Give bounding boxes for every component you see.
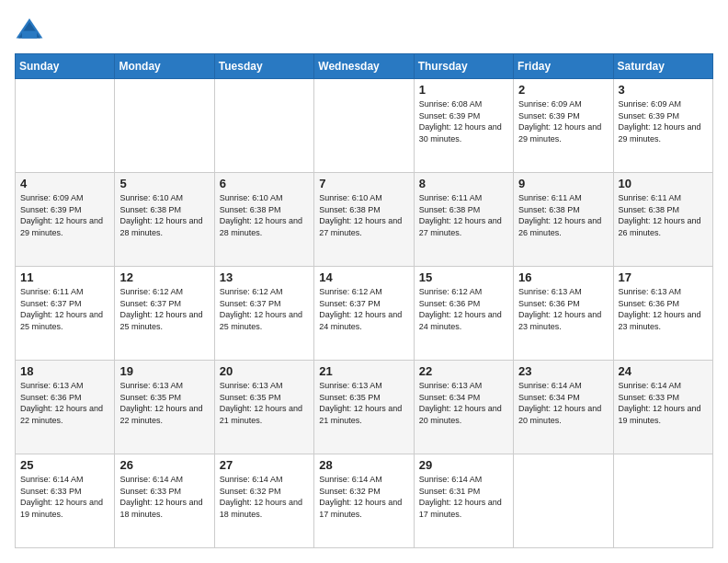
page: SundayMondayTuesdayWednesdayThursdayFrid… [0, 0, 728, 563]
day-number: 20 [220, 364, 309, 378]
calendar-week-row: 4Sunrise: 6:09 AM Sunset: 6:39 PM Daylig… [16, 173, 713, 267]
calendar-cell: 12Sunrise: 6:12 AM Sunset: 6:37 PM Dayli… [115, 267, 214, 361]
svg-rect-2 [22, 31, 37, 39]
calendar-cell [214, 79, 313, 173]
calendar-cell: 8Sunrise: 6:11 AM Sunset: 6:38 PM Daylig… [414, 173, 513, 267]
day-info: Sunrise: 6:13 AM Sunset: 6:34 PM Dayligh… [419, 380, 508, 426]
day-info: Sunrise: 6:12 AM Sunset: 6:37 PM Dayligh… [119, 286, 209, 332]
day-info: Sunrise: 6:09 AM Sunset: 6:39 PM Dayligh… [518, 98, 608, 144]
calendar-cell: 14Sunrise: 6:12 AM Sunset: 6:37 PM Dayli… [314, 267, 414, 361]
calendar-cell: 15Sunrise: 6:12 AM Sunset: 6:36 PM Dayli… [414, 267, 513, 361]
calendar-cell: 20Sunrise: 6:13 AM Sunset: 6:35 PM Dayli… [214, 361, 313, 454]
calendar-day-header: Thursday [414, 54, 513, 79]
calendar-cell: 17Sunrise: 6:13 AM Sunset: 6:36 PM Dayli… [613, 267, 712, 361]
day-number: 16 [518, 270, 608, 284]
calendar-cell: 9Sunrise: 6:11 AM Sunset: 6:38 PM Daylig… [514, 173, 613, 267]
day-info: Sunrise: 6:11 AM Sunset: 6:38 PM Dayligh… [619, 192, 708, 238]
calendar-cell: 21Sunrise: 6:13 AM Sunset: 6:35 PM Dayli… [314, 361, 414, 454]
day-info: Sunrise: 6:13 AM Sunset: 6:36 PM Dayligh… [619, 286, 708, 332]
day-number: 9 [518, 177, 608, 190]
day-number: 11 [20, 270, 109, 284]
calendar-cell: 13Sunrise: 6:12 AM Sunset: 6:37 PM Dayli… [214, 267, 313, 361]
calendar-cell: 1Sunrise: 6:08 AM Sunset: 6:39 PM Daylig… [414, 79, 513, 173]
day-number: 19 [119, 364, 209, 378]
day-number: 3 [619, 83, 708, 97]
calendar-cell: 26Sunrise: 6:14 AM Sunset: 6:33 PM Dayli… [115, 454, 214, 548]
calendar-cell: 6Sunrise: 6:10 AM Sunset: 6:38 PM Daylig… [214, 173, 313, 267]
calendar-cell: 27Sunrise: 6:14 AM Sunset: 6:32 PM Dayli… [214, 454, 313, 548]
day-info: Sunrise: 6:14 AM Sunset: 6:33 PM Dayligh… [20, 474, 109, 520]
day-info: Sunrise: 6:11 AM Sunset: 6:37 PM Dayligh… [20, 286, 109, 332]
calendar-day-header: Wednesday [314, 54, 414, 79]
day-number: 28 [319, 458, 408, 472]
calendar-day-header: Monday [115, 54, 214, 79]
calendar-day-header: Saturday [613, 54, 712, 79]
logo-icon [15, 15, 44, 44]
day-info: Sunrise: 6:09 AM Sunset: 6:39 PM Dayligh… [619, 98, 708, 144]
day-number: 7 [319, 177, 408, 190]
day-number: 22 [419, 364, 508, 378]
calendar-cell: 25Sunrise: 6:14 AM Sunset: 6:33 PM Dayli… [16, 454, 115, 548]
day-info: Sunrise: 6:08 AM Sunset: 6:39 PM Dayligh… [419, 98, 508, 144]
day-info: Sunrise: 6:12 AM Sunset: 6:37 PM Dayligh… [220, 286, 309, 332]
day-info: Sunrise: 6:10 AM Sunset: 6:38 PM Dayligh… [220, 192, 309, 238]
day-number: 6 [220, 177, 309, 190]
day-info: Sunrise: 6:12 AM Sunset: 6:36 PM Dayligh… [419, 286, 508, 332]
calendar-cell: 16Sunrise: 6:13 AM Sunset: 6:36 PM Dayli… [514, 267, 613, 361]
day-number: 17 [619, 270, 708, 284]
day-number: 23 [518, 364, 608, 378]
calendar-cell: 11Sunrise: 6:11 AM Sunset: 6:37 PM Dayli… [16, 267, 115, 361]
day-number: 5 [119, 177, 209, 190]
calendar-day-header: Friday [514, 54, 613, 79]
calendar-cell: 18Sunrise: 6:13 AM Sunset: 6:36 PM Dayli… [16, 361, 115, 454]
day-info: Sunrise: 6:14 AM Sunset: 6:32 PM Dayligh… [220, 474, 309, 520]
day-number: 8 [419, 177, 508, 190]
calendar-cell: 3Sunrise: 6:09 AM Sunset: 6:39 PM Daylig… [613, 79, 712, 173]
day-info: Sunrise: 6:13 AM Sunset: 6:35 PM Dayligh… [220, 380, 309, 426]
header [15, 15, 713, 44]
day-info: Sunrise: 6:13 AM Sunset: 6:35 PM Dayligh… [119, 380, 209, 426]
calendar-cell [16, 79, 115, 173]
calendar-cell: 4Sunrise: 6:09 AM Sunset: 6:39 PM Daylig… [16, 173, 115, 267]
day-info: Sunrise: 6:14 AM Sunset: 6:34 PM Dayligh… [518, 380, 608, 426]
day-number: 10 [619, 177, 708, 190]
calendar-table: SundayMondayTuesdayWednesdayThursdayFrid… [15, 53, 713, 548]
day-number: 15 [419, 270, 508, 284]
day-number: 26 [119, 458, 209, 472]
calendar-header-row: SundayMondayTuesdayWednesdayThursdayFrid… [16, 54, 713, 79]
day-number: 1 [419, 83, 508, 97]
calendar-cell: 5Sunrise: 6:10 AM Sunset: 6:38 PM Daylig… [115, 173, 214, 267]
day-info: Sunrise: 6:14 AM Sunset: 6:32 PM Dayligh… [319, 474, 408, 520]
day-number: 24 [619, 364, 708, 378]
day-info: Sunrise: 6:11 AM Sunset: 6:38 PM Dayligh… [419, 192, 508, 238]
calendar-cell: 29Sunrise: 6:14 AM Sunset: 6:31 PM Dayli… [414, 454, 513, 548]
day-number: 4 [20, 177, 109, 190]
calendar-cell [314, 79, 414, 173]
calendar-cell: 22Sunrise: 6:13 AM Sunset: 6:34 PM Dayli… [414, 361, 513, 454]
calendar-week-row: 11Sunrise: 6:11 AM Sunset: 6:37 PM Dayli… [16, 267, 713, 361]
day-number: 27 [220, 458, 309, 472]
calendar-cell: 23Sunrise: 6:14 AM Sunset: 6:34 PM Dayli… [514, 361, 613, 454]
calendar-cell [514, 454, 613, 548]
calendar-cell: 24Sunrise: 6:14 AM Sunset: 6:33 PM Dayli… [613, 361, 712, 454]
calendar-week-row: 18Sunrise: 6:13 AM Sunset: 6:36 PM Dayli… [16, 361, 713, 454]
calendar-cell [115, 79, 214, 173]
calendar-cell: 7Sunrise: 6:10 AM Sunset: 6:38 PM Daylig… [314, 173, 414, 267]
calendar-cell: 10Sunrise: 6:11 AM Sunset: 6:38 PM Dayli… [613, 173, 712, 267]
day-number: 29 [419, 458, 508, 472]
day-info: Sunrise: 6:14 AM Sunset: 6:33 PM Dayligh… [119, 474, 209, 520]
day-info: Sunrise: 6:09 AM Sunset: 6:39 PM Dayligh… [20, 192, 109, 238]
day-info: Sunrise: 6:12 AM Sunset: 6:37 PM Dayligh… [319, 286, 408, 332]
day-info: Sunrise: 6:14 AM Sunset: 6:33 PM Dayligh… [619, 380, 708, 426]
calendar-day-header: Tuesday [214, 54, 313, 79]
day-number: 18 [20, 364, 109, 378]
calendar-cell: 19Sunrise: 6:13 AM Sunset: 6:35 PM Dayli… [115, 361, 214, 454]
calendar-day-header: Sunday [16, 54, 115, 79]
day-number: 25 [20, 458, 109, 472]
day-info: Sunrise: 6:11 AM Sunset: 6:38 PM Dayligh… [518, 192, 608, 238]
day-number: 13 [220, 270, 309, 284]
day-info: Sunrise: 6:13 AM Sunset: 6:36 PM Dayligh… [20, 380, 109, 426]
calendar-week-row: 25Sunrise: 6:14 AM Sunset: 6:33 PM Dayli… [16, 454, 713, 548]
calendar-week-row: 1Sunrise: 6:08 AM Sunset: 6:39 PM Daylig… [16, 79, 713, 173]
day-info: Sunrise: 6:10 AM Sunset: 6:38 PM Dayligh… [319, 192, 408, 238]
